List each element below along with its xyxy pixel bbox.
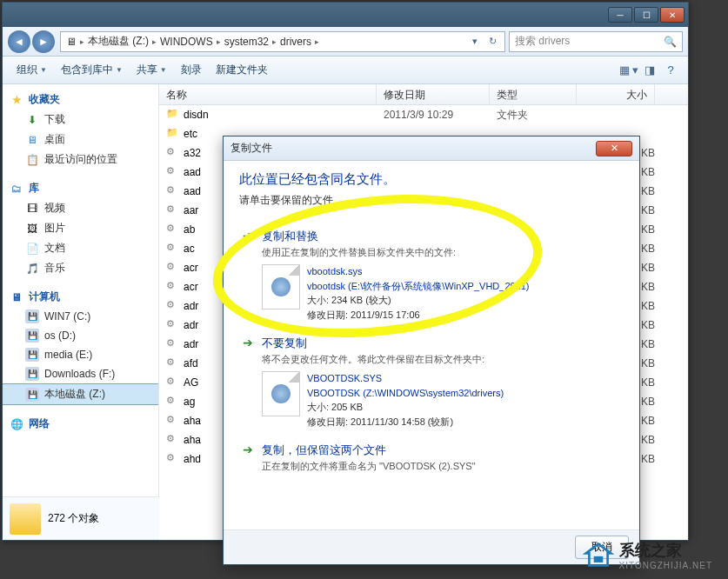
column-type[interactable]: 类型 [490, 84, 577, 104]
option-desc: 将不会更改任何文件。将此文件保留在目标文件夹中: [262, 353, 620, 366]
folder-icon: 📁 [166, 108, 180, 122]
refresh-button[interactable]: ↻ [484, 32, 501, 51]
sidebar-item-drive-z[interactable]: 💾本地磁盘 (Z:) [3, 383, 158, 405]
share-menu[interactable]: 共享▼ [130, 59, 174, 81]
column-date[interactable]: 修改日期 [377, 84, 490, 104]
download-icon: ⬇ [25, 113, 39, 127]
sys-file-icon: ⚙ [166, 242, 180, 256]
sidebar-item-pictures[interactable]: 🖼图片 [3, 218, 158, 238]
option-copy-replace[interactable]: ➔ 复制和替换 使用正在复制的文件替换目标文件夹中的文件: vbootdsk.s… [239, 222, 624, 329]
sys-file-icon: ⚙ [166, 356, 180, 370]
sidebar-item-drive-e[interactable]: 💾media (E:) [3, 345, 158, 364]
breadcrumb-item[interactable]: WINDOWS [158, 36, 215, 48]
sys-file-icon: ⚙ [166, 452, 180, 466]
watermark-brand: 系统之家 [619, 542, 682, 559]
sidebar-item-drive-f[interactable]: 💾Downloads (F:) [3, 364, 158, 383]
statusbar: 272 个对象 [3, 496, 159, 540]
column-headers: 名称 修改日期 类型 大小 [159, 84, 688, 105]
sidebar-computer-header[interactable]: 🖥计算机 [3, 287, 158, 307]
file-thumb [262, 264, 300, 309]
sys-file-icon: ⚙ [166, 146, 180, 160]
picture-icon: 🖼 [25, 222, 39, 236]
computer-icon: 🖥 [64, 36, 78, 48]
option-title: 复制和替换 [262, 229, 620, 244]
dialog-titlebar: 复制文件 ✕ [224, 136, 639, 161]
dialog-footer: 取消 [224, 529, 639, 564]
sidebar-item-music[interactable]: 🎵音乐 [3, 258, 158, 278]
organize-menu[interactable]: 组织▼ [10, 59, 54, 81]
maximize-button[interactable]: ☐ [634, 7, 658, 23]
sys-file-icon: ⚙ [166, 395, 180, 409]
video-icon: 🎞 [25, 202, 39, 216]
option-keep-both[interactable]: ➔ 复制，但保留这两个文件 正在复制的文件将重命名为 "VBOOTDSK (2)… [239, 436, 624, 485]
sidebar-network-header[interactable]: 🌐网络 [3, 414, 158, 434]
recent-icon: 📋 [25, 153, 39, 167]
dialog-subtext: 请单击要保留的文件 [239, 193, 624, 208]
sys-file-icon: ⚙ [166, 318, 180, 332]
desktop-icon: 🖥 [25, 133, 39, 147]
copy-file-dialog: 复制文件 ✕ 此位置已经包含同名文件。 请单击要保留的文件 ➔ 复制和替换 使用… [223, 136, 640, 565]
breadcrumb-dropdown[interactable]: ▾ [466, 32, 484, 51]
sidebar-item-downloads[interactable]: ⬇下载 [3, 110, 158, 130]
star-icon: ★ [10, 93, 23, 107]
sys-file-icon: ⚙ [166, 433, 180, 447]
file-thumb [262, 371, 300, 416]
minimize-button[interactable]: ─ [608, 7, 632, 23]
sys-file-icon: ⚙ [166, 376, 180, 389]
sidebar-item-drive-d[interactable]: 💾os (D:) [3, 326, 158, 345]
option-title: 不要复制 [262, 336, 620, 351]
forward-button[interactable]: ► [32, 30, 55, 53]
breadcrumb-item[interactable]: drivers [278, 36, 313, 48]
drive-icon: 💾 [25, 329, 39, 343]
sidebar-item-videos[interactable]: 🎞视频 [3, 198, 158, 218]
option-dont-copy[interactable]: ➔ 不要复制 将不会更改任何文件。将此文件保留在目标文件夹中: VBOOTDSK… [239, 329, 624, 436]
preview-pane-button[interactable]: ◨ [639, 60, 660, 81]
drive-icon: 💾 [25, 388, 39, 402]
dialog-close-button[interactable]: ✕ [596, 141, 632, 156]
svg-rect-0 [593, 556, 603, 562]
dialog-title: 复制文件 [230, 141, 272, 156]
computer-icon: 🖥 [10, 290, 23, 304]
music-icon: 🎵 [25, 262, 39, 276]
folder-icon: 📁 [166, 127, 180, 141]
newfolder-button[interactable]: 新建文件夹 [209, 59, 275, 81]
sidebar-item-recent[interactable]: 📋最近访问的位置 [3, 150, 158, 170]
sys-file-icon: ⚙ [166, 223, 180, 236]
sidebar-favorites-header[interactable]: ★收藏夹 [3, 90, 158, 110]
sidebar-item-drive-c[interactable]: 💾WIN7 (C:) [3, 307, 158, 326]
watermark-url: XITONGZHIJIA.NET [619, 561, 713, 570]
search-input[interactable]: 搜索 drivers 🔍 [509, 31, 683, 52]
drive-icon: 💾 [25, 348, 39, 362]
back-button[interactable]: ◄ [8, 30, 30, 53]
file-date: 2011/3/9 10:29 [384, 109, 497, 121]
status-count: 272 个对象 [48, 511, 99, 526]
sys-file-icon: ⚙ [166, 203, 180, 217]
breadcrumb-item[interactable]: 本地磁盘 (Z:) [86, 34, 150, 49]
sidebar: ★收藏夹 ⬇下载 🖥桌面 📋最近访问的位置 🗂库 🎞视频 🖼图片 📄文档 🎵音乐… [3, 84, 159, 540]
breadcrumb[interactable]: 🖥 ▸ 本地磁盘 (Z:)▸ WINDOWS▸ system32▸ driver… [60, 31, 505, 52]
sidebar-libraries-header[interactable]: 🗂库 [3, 178, 158, 198]
burn-button[interactable]: 刻录 [174, 59, 209, 81]
sys-file-icon: ⚙ [166, 165, 180, 179]
file-info: VBOOTDSK.SYS VBOOTDSK (Z:\WINDOWS\system… [307, 371, 504, 429]
view-menu[interactable]: ▦ ▾ [618, 60, 639, 81]
toolbar: 组织▼ 包含到库中▼ 共享▼ 刻录 新建文件夹 ▦ ▾ ◨ ? [3, 57, 688, 84]
sidebar-item-documents[interactable]: 📄文档 [3, 238, 158, 258]
titlebar: ─ ☐ ✕ [3, 3, 688, 27]
file-name: disdn [184, 109, 384, 121]
gear-icon [271, 384, 291, 403]
arrow-icon: ➔ [243, 229, 258, 322]
sys-file-icon: ⚙ [166, 337, 180, 351]
close-button[interactable]: ✕ [660, 7, 685, 23]
column-name[interactable]: 名称 [159, 84, 377, 104]
sys-file-icon: ⚙ [166, 299, 180, 313]
file-row[interactable]: 📁disdn2011/3/9 10:29文件夹 [159, 105, 688, 124]
breadcrumb-item[interactable]: system32 [223, 36, 270, 48]
help-button[interactable]: ? [660, 60, 681, 81]
include-menu[interactable]: 包含到库中▼ [54, 59, 130, 81]
column-size[interactable]: 大小 [577, 84, 655, 104]
sys-file-icon: ⚙ [166, 261, 180, 275]
drive-icon: 💾 [25, 309, 39, 323]
sidebar-item-desktop[interactable]: 🖥桌面 [3, 130, 158, 150]
search-placeholder: 搜索 drivers [515, 34, 570, 49]
